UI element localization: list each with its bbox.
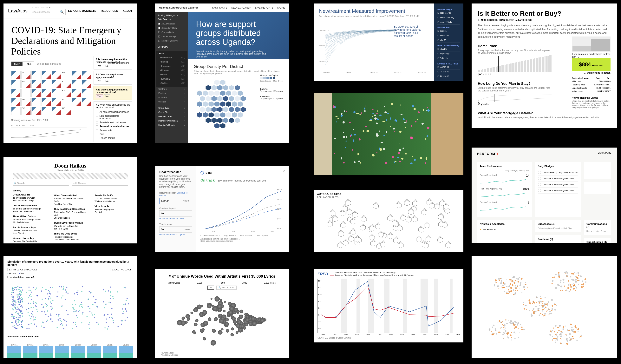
artist-dot[interactable] [208, 317, 211, 321]
filter-section[interactable]: Group Type › [157, 106, 186, 110]
artist-dot[interactable] [251, 316, 256, 321]
geo-section[interactable]: Western › [157, 100, 186, 104]
artist-dot[interactable] [203, 337, 206, 341]
close-icon[interactable]: × [283, 169, 285, 173]
state-cell[interactable]: ID [21, 71, 31, 79]
nav-about[interactable]: ABOUT [123, 9, 132, 12]
nav-resources[interactable]: RESOURCES [101, 9, 118, 12]
business-option[interactable]: Bars [96, 132, 130, 136]
haiku-item[interactable]: Aussie PM DuffsFails for Party Donations… [95, 194, 128, 203]
haiku-item[interactable]: Virus in IndiaRescheduling QuaintCreativ… [95, 205, 128, 214]
uganda-map[interactable] [194, 78, 252, 133]
artist-dot[interactable] [239, 310, 243, 313]
state-cell[interactable]: MI [72, 71, 81, 79]
question-7[interactable]: 7. Is there a requirement that businesse… [94, 86, 132, 100]
config-checkbox[interactable]: ☐ RX trial #1 [437, 69, 460, 74]
artist-dot[interactable] [212, 305, 215, 308]
config-checkbox[interactable]: ☐ min: 25 [437, 38, 460, 43]
artist-dot[interactable] [210, 298, 212, 300]
haiku-item[interactable]: Woman Has to PayBecause She Trashed Ex B… [13, 237, 46, 243]
artist-dot[interactable] [231, 328, 234, 331]
artist-dot[interactable] [229, 306, 234, 311]
filter-section[interactable]: Member's Gender › [157, 123, 186, 127]
artist-dot[interactable] [252, 321, 257, 326]
state-cell[interactable]: AL [62, 98, 71, 106]
filter-all[interactable]: All [207, 286, 214, 290]
filter-section[interactable]: Member's Women % › [157, 119, 186, 123]
artist-dot[interactable] [240, 322, 243, 325]
config-checkbox[interactable]: ☐ NSAIDs [437, 47, 460, 52]
state-cell[interactable]: MO [52, 89, 61, 97]
haiku-item[interactable]: Lots of Money RaisedBy Bernie Sanders Ca… [13, 204, 46, 213]
state-cell[interactable]: AZ [11, 98, 20, 106]
source-filter[interactable]: Leader Surveys [157, 34, 186, 39]
artist-dot[interactable] [193, 308, 198, 312]
district-item[interactable]: • Bulungi (23) [157, 60, 186, 64]
state-cell[interactable]: TN [72, 89, 81, 97]
artist-dot[interactable] [231, 333, 234, 336]
artist-dot[interactable] [190, 312, 193, 314]
pledge-item[interactable]: I will book in two existing client visit… [538, 188, 578, 193]
artist-dot[interactable] [241, 328, 243, 331]
artist-dot[interactable] [221, 328, 224, 330]
artist-dot[interactable] [225, 322, 229, 326]
find-artist-input[interactable]: 🔍 Find an Artist [216, 286, 236, 290]
state-cell[interactable]: OK [21, 107, 31, 115]
state-cell[interactable]: MN [52, 71, 61, 79]
state-cell[interactable]: KY [62, 89, 71, 97]
artist-dot[interactable] [221, 305, 224, 308]
nav-facts[interactable]: FAST FACTS [212, 6, 227, 9]
artist-dot[interactable] [203, 321, 208, 326]
config-checkbox[interactable]: ☐ csDMARD [437, 65, 460, 69]
artist-dot[interactable] [194, 323, 198, 326]
theme-filter[interactable]: ≡ All Themes [72, 181, 128, 186]
state-cell[interactable]: IL [62, 80, 71, 88]
business-option[interactable]: Entertainment businesses [96, 121, 130, 124]
state-cell[interactable]: VA [82, 98, 91, 106]
state-cell[interactable]: CO [32, 89, 41, 97]
state-cell[interactable]: MS [52, 98, 61, 106]
artist-dot[interactable] [212, 329, 216, 332]
artist-dot[interactable] [245, 316, 247, 318]
nav-explore[interactable]: EXPLORE DATASETS [68, 9, 96, 12]
state-cell[interactable]: WA [11, 71, 20, 79]
pledge-item[interactable]: I will book in two existing client visit… [538, 182, 578, 188]
artist-dot[interactable] [218, 330, 223, 335]
question-6[interactable]: 6. Is there a requirement that residents… [94, 56, 132, 69]
business-option[interactable]: Restaurants [96, 128, 130, 132]
state-cell[interactable]: NV [21, 80, 31, 88]
haiku-item[interactable]: When Obama GolfedTrump Complained, but N… [54, 194, 87, 205]
artist-dot[interactable] [182, 316, 185, 320]
filter-geo[interactable]: Geography [157, 46, 186, 48]
artist-dot[interactable] [223, 310, 226, 312]
state-cell[interactable]: WI [62, 71, 71, 79]
source-filter[interactable]: XYZ Database [157, 21, 186, 26]
config-checkbox[interactable]: ☐ max: 55 [437, 29, 460, 33]
tab-map[interactable]: MAP [11, 62, 22, 66]
haiku-item[interactable]: There are Only SomeHonest Politicians so… [54, 232, 87, 241]
source-filter[interactable]: Census Data [157, 30, 186, 34]
config-checkbox[interactable]: ☐ median: 40 [437, 33, 460, 38]
state-cell[interactable]: NC [62, 107, 71, 115]
see-all-link[interactable]: See all data in this area [37, 63, 61, 65]
state-cell[interactable]: SD [42, 80, 51, 88]
business-option[interactable]: Personal service businesses [96, 124, 130, 128]
source-filter[interactable]: Secondary Data [157, 26, 186, 30]
geo-section[interactable]: Northern › [157, 95, 186, 100]
haiku-item[interactable]: Three Million DollarsFrom the Sale of Le… [13, 215, 46, 224]
state-cell[interactable]: WY [32, 80, 41, 88]
filter-section[interactable]: Member Count › [157, 114, 186, 119]
question-7-1[interactable]: 7.1 What types of businesses are require… [94, 101, 132, 142]
artist-dot[interactable] [220, 299, 222, 301]
artist-dot[interactable] [214, 296, 220, 301]
pledge-item[interactable]: I will increase my daily # of type calls… [538, 170, 578, 175]
artist-dot[interactable] [202, 328, 205, 331]
state-cell[interactable]: SC [52, 107, 61, 115]
config-checkbox[interactable]: ☐ any biologic [437, 52, 460, 56]
haiku-item[interactable]: Trump Says Press Will KillWar with Iran … [54, 222, 87, 230]
state-cell[interactable]: AR [42, 98, 51, 106]
artist-dot[interactable] [257, 318, 259, 320]
haiku-item[interactable]: They Said She'd Come BackThat's What She… [54, 208, 87, 219]
state-cell[interactable]: KS [32, 98, 41, 106]
nav-reports[interactable]: LIVE REPORTS [255, 6, 274, 9]
